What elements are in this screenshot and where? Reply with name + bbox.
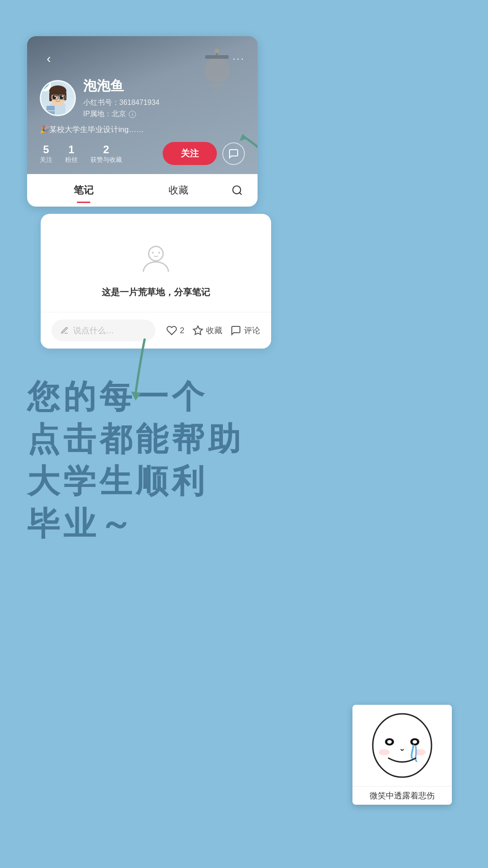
action-group: 2 收藏 评论 xyxy=(166,325,260,336)
comment-button[interactable]: 评论 xyxy=(230,325,260,336)
following-stat: 5 关注 xyxy=(40,143,52,164)
meme-face xyxy=(352,705,452,786)
page-wrapper: ‹ ··· 🔗 xyxy=(0,0,488,868)
svg-point-20 xyxy=(233,186,240,193)
like-button[interactable]: 2 xyxy=(166,325,184,336)
svg-point-10 xyxy=(52,95,56,99)
search-button[interactable] xyxy=(226,179,249,202)
chat-button[interactable] xyxy=(222,142,245,165)
meme-caption: 微笑中透露着悲伤 xyxy=(352,786,452,805)
svg-point-31 xyxy=(413,740,417,744)
svg-rect-17 xyxy=(47,106,55,115)
svg-marker-25 xyxy=(193,326,202,335)
followers-count: 1 xyxy=(68,143,74,156)
likes-stat: 2 获赞与收藏 xyxy=(90,143,122,164)
svg-point-33 xyxy=(415,749,426,755)
bottom-bar: 说点什么… 2 收藏 xyxy=(41,312,271,349)
svg-point-13 xyxy=(62,96,63,97)
bio: 🎉某校大学生毕业设计ing…… xyxy=(40,124,245,135)
top-bar: ‹ ··· xyxy=(40,50,245,68)
avatar: 🔗 xyxy=(40,80,76,116)
svg-point-29 xyxy=(387,740,392,744)
empty-person-icon xyxy=(138,241,174,277)
user-id: 小红书号：3618471934 xyxy=(83,98,245,108)
main-motivational-text: 您的每一个点击都能帮助大学生顺利毕业～ xyxy=(27,376,461,545)
followers-label: 粉丝 xyxy=(65,156,78,164)
back-button[interactable]: ‹ xyxy=(40,50,58,68)
svg-point-32 xyxy=(379,749,389,755)
content-card: 这是一片荒草地，分享笔记 说点什么… 2 xyxy=(41,214,271,349)
tab-underline xyxy=(77,202,90,203)
profile-card: ‹ ··· 🔗 xyxy=(27,36,258,207)
following-count: 5 xyxy=(43,143,49,156)
comment-input[interactable]: 说点什么… xyxy=(52,320,155,341)
svg-point-23 xyxy=(152,252,154,254)
user-ip: IP属地：北京 i xyxy=(83,109,245,119)
svg-point-27 xyxy=(373,714,432,777)
tab-collections[interactable]: 收藏 xyxy=(131,174,226,207)
user-name-col: 泡泡鱼 小红书号：3618471934 IP属地：北京 i xyxy=(83,77,245,119)
svg-point-22 xyxy=(149,246,163,261)
empty-state: 这是一片荒草地，分享笔记 xyxy=(41,214,271,312)
follow-button[interactable]: 关注 xyxy=(163,142,217,165)
info-icon: i xyxy=(129,111,136,118)
likes-count: 2 xyxy=(103,143,109,156)
followers-stat: 1 粉丝 xyxy=(65,143,78,164)
profile-header: ‹ ··· 🔗 xyxy=(27,36,258,174)
svg-line-21 xyxy=(239,193,242,195)
user-info-row: 🔗 xyxy=(40,77,245,119)
stats-follow-row: 5 关注 1 粉丝 2 获赞与收藏 关注 xyxy=(40,142,245,165)
collect-button[interactable]: 收藏 xyxy=(192,325,222,336)
avatar-link-icon: 🔗 xyxy=(40,80,51,91)
meme-container: 微笑中透露着悲伤 xyxy=(352,705,452,805)
tab-notes[interactable]: 笔记 xyxy=(36,174,131,207)
more-button[interactable]: ··· xyxy=(233,53,245,65)
profile-tabs: 笔记 收藏 xyxy=(27,174,258,207)
user-name: 泡泡鱼 xyxy=(83,77,245,95)
big-text-section: 您的每一个点击都能帮助大学生顺利毕业～ xyxy=(14,376,474,545)
following-label: 关注 xyxy=(40,156,52,164)
svg-point-11 xyxy=(60,95,63,99)
empty-text: 这是一片荒草地，分享笔记 xyxy=(102,286,210,298)
likes-label: 获赞与收藏 xyxy=(90,156,122,164)
svg-point-12 xyxy=(55,96,56,97)
svg-point-24 xyxy=(158,252,160,254)
